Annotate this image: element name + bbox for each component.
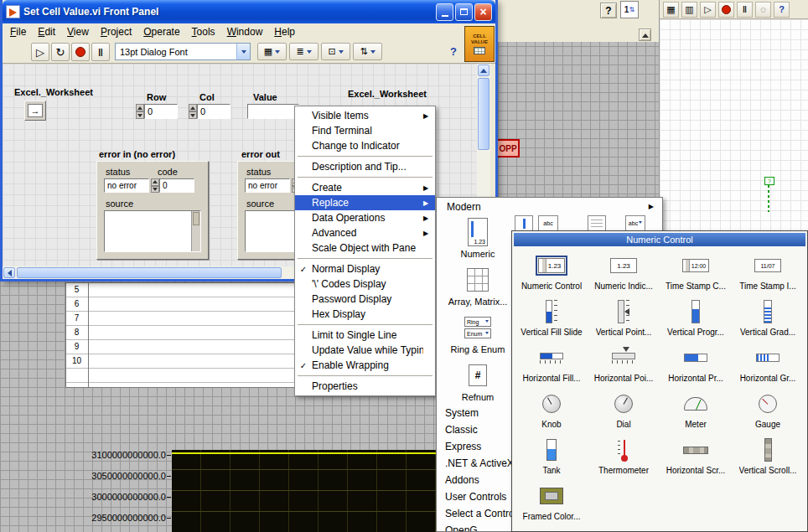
- palette-item-vertical-pointer-slide[interactable]: Vertical Point...: [588, 296, 660, 342]
- palette-item-framed-color-box[interactable]: Framed Color...: [515, 480, 588, 526]
- vi-icon[interactable]: CELL VALUE: [464, 26, 495, 62]
- palette-icon-fragment[interactable]: abc: [538, 215, 558, 231]
- scrollbar-thumb[interactable]: [193, 212, 199, 225]
- palette-item-gauge[interactable]: Gauge: [732, 388, 804, 434]
- palette-category-numeric[interactable]: 1.23 Numeric: [442, 216, 514, 259]
- palette-item-time-stamp-indicator[interactable]: 11/07 Time Stamp I...: [732, 250, 804, 296]
- scrollbar[interactable]: [191, 211, 200, 251]
- resize-objects-dropdown[interactable]: ⊡: [321, 43, 350, 60]
- palette-item-numeric-indicator[interactable]: 1.23 Numeric Indic...: [588, 250, 660, 296]
- palette-category-express[interactable]: Express: [445, 441, 481, 456]
- palette-category-addons[interactable]: Addons: [445, 474, 479, 489]
- palette-icon-fragment[interactable]: abc: [625, 215, 645, 231]
- palette-category-ring-enum[interactable]: Ring Enum Ring & Enum: [442, 312, 514, 354]
- menu-item-scale-object-with-pane[interactable]: Scale Object with Pane: [295, 240, 435, 256]
- palette-category-openg[interactable]: OpenG: [445, 524, 478, 532]
- abort-button[interactable]: [71, 43, 90, 61]
- menu-item-data-operations[interactable]: Data Operations▶: [295, 210, 435, 225]
- scroll-left-button[interactable]: [3, 267, 15, 278]
- clipboard-icon[interactable]: 1⇅: [620, 1, 639, 18]
- code-field[interactable]: 0: [159, 178, 194, 193]
- menu-item-find-terminal[interactable]: Find Terminal: [295, 123, 435, 138]
- align-objects-dropdown[interactable]: ▦: [257, 43, 287, 60]
- row-spinner[interactable]: [136, 104, 144, 119]
- menu-item-codes-display[interactable]: '\' Codes Display: [295, 276, 435, 292]
- menu-view[interactable]: View: [61, 24, 95, 39]
- menu-item-enable-wrapping[interactable]: ✓Enable Wrapping: [295, 358, 435, 373]
- palette-item-horizontal-graduated-bar[interactable]: Horizontal Gr...: [732, 342, 804, 388]
- menu-tools[interactable]: Tools: [186, 24, 221, 39]
- palette-item-modern[interactable]: Modern ▶: [437, 198, 662, 215]
- palette-item-horizontal-scrollbar[interactable]: Horizontal Scr...: [660, 434, 732, 480]
- menu-item-normal-display[interactable]: ✓Normal Display: [295, 261, 435, 276]
- menu-item-hex-display[interactable]: Hex Display: [295, 307, 435, 322]
- reorder-dropdown[interactable]: ⇅: [353, 43, 382, 60]
- palette-item-thermometer[interactable]: Thermometer: [588, 434, 660, 480]
- run-button[interactable]: ▷: [31, 43, 49, 61]
- palette-item-numeric-control[interactable]: 1.23 Numeric Control: [515, 250, 588, 296]
- palette-category-system[interactable]: System: [445, 407, 479, 422]
- palette-icon-fragment[interactable]: [588, 215, 606, 231]
- status-field[interactable]: no error: [104, 178, 149, 193]
- menu-item-update-value-while-typing[interactable]: Update Value while Typing: [295, 343, 435, 358]
- menu-project[interactable]: Project: [95, 24, 137, 39]
- diagram-grid-button[interactable]: ▦: [663, 2, 679, 18]
- font-selector[interactable]: 13pt Dialog Font: [115, 43, 251, 60]
- palette-icon-fragment[interactable]: [515, 215, 533, 231]
- palette-category-net-activex[interactable]: .NET & ActiveX: [445, 457, 514, 473]
- menu-operate[interactable]: Operate: [137, 24, 185, 39]
- run-continuous-button[interactable]: ↻: [51, 43, 70, 61]
- scrollbar-thumb[interactable]: [478, 78, 489, 150]
- palette-item-vertical-fill-slide[interactable]: Vertical Fill Slide: [515, 296, 588, 342]
- dropdown-button[interactable]: [236, 44, 250, 59]
- palette-item-vertical-scrollbar[interactable]: Vertical Scroll...: [732, 434, 804, 480]
- scrollbar-thumb[interactable]: [17, 267, 282, 278]
- menu-item-replace[interactable]: Replace▶: [295, 195, 435, 210]
- menu-item-password-display[interactable]: Password Display: [295, 292, 435, 307]
- palette-item-vertical-progress-bar[interactable]: Vertical Progr...: [660, 296, 732, 342]
- worksheet-refnum-control[interactable]: →: [24, 101, 46, 121]
- close-button[interactable]: ×: [474, 3, 492, 21]
- menu-item-visible-items[interactable]: Visible Items▶: [295, 108, 435, 123]
- menu-help[interactable]: Help: [268, 24, 301, 39]
- source-field[interactable]: [104, 210, 201, 252]
- palette-item-time-stamp-control[interactable]: 12:00 Time Stamp C...: [660, 250, 732, 296]
- error-in-cluster[interactable]: status code no error 0 source: [96, 161, 209, 260]
- palette-item-horizontal-fill-slide[interactable]: Horizontal Fill...: [515, 342, 588, 388]
- menu-item-limit-to-single-line[interactable]: Limit to Single Line: [295, 328, 435, 343]
- palette-item-vertical-graduated-bar[interactable]: Vertical Grad...: [732, 296, 804, 342]
- highlight-execution-button[interactable]: ◌: [755, 2, 771, 18]
- status-field[interactable]: no error: [245, 178, 290, 193]
- scroll-up-button[interactable]: [639, 28, 651, 41]
- value-input[interactable]: [247, 104, 299, 119]
- palette-item-knob[interactable]: Knob: [515, 388, 588, 434]
- scroll-up-button[interactable]: [478, 65, 489, 76]
- help-button[interactable]: ?: [774, 2, 790, 18]
- diagram-order-button[interactable]: ▥: [681, 2, 697, 18]
- menu-item-advanced[interactable]: Advanced▶: [295, 225, 435, 240]
- palette-category-user-controls[interactable]: User Controls: [445, 491, 506, 506]
- col-spinner[interactable]: [189, 104, 197, 119]
- row-input[interactable]: 0: [144, 104, 178, 119]
- palette-item-horizontal-pointer-slide[interactable]: Horizontal Poi...: [588, 342, 660, 388]
- stop-button-fragment[interactable]: OPP: [498, 139, 520, 158]
- palette-item-tank[interactable]: Tank: [515, 434, 588, 480]
- palette-category-refnum[interactable]: # Refnum: [442, 359, 514, 402]
- menu-item-description-and-tip[interactable]: Description and Tip...: [295, 159, 435, 174]
- minimize-button[interactable]: [436, 3, 453, 21]
- palette-item-dial[interactable]: Dial: [588, 388, 660, 434]
- palette-category-array-matrix[interactable]: Array, Matrix...: [442, 264, 514, 307]
- palette-item-horizontal-progress-bar[interactable]: Horizontal Pr...: [660, 342, 732, 388]
- maximize-button[interactable]: [455, 3, 473, 21]
- abort-button[interactable]: [718, 2, 734, 18]
- menu-item-create[interactable]: Create▶: [295, 180, 435, 195]
- pause-button[interactable]: Ⅱ: [91, 43, 110, 61]
- context-help-button[interactable]: ?: [600, 3, 617, 18]
- col-input[interactable]: 0: [197, 104, 230, 119]
- distribute-objects-dropdown[interactable]: ≣: [289, 43, 319, 60]
- palette-category-classic[interactable]: Classic: [445, 424, 478, 439]
- palette-item-meter[interactable]: Meter: [660, 388, 732, 434]
- menu-item-change-to-indicator[interactable]: Change to Indicator: [295, 138, 435, 153]
- run-button[interactable]: ▷: [700, 2, 716, 18]
- menu-item-properties[interactable]: Properties: [295, 379, 435, 394]
